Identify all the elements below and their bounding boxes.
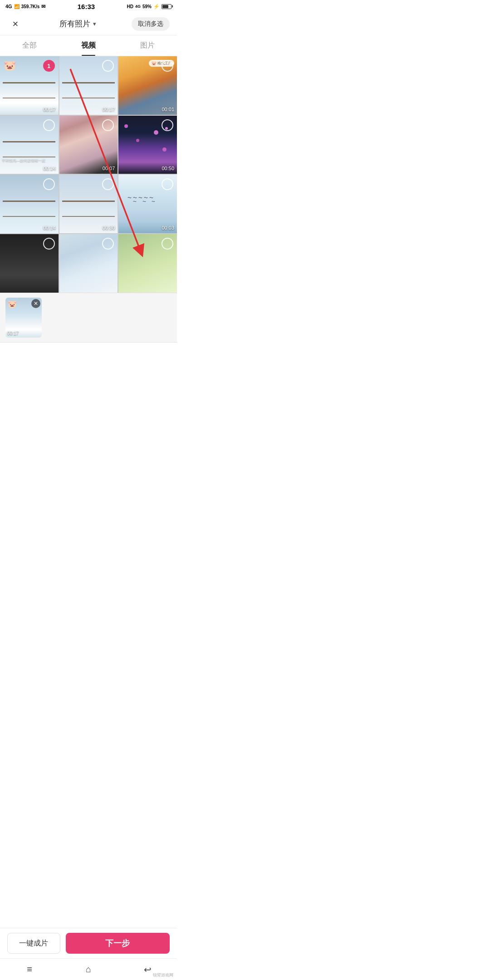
duration-6: 00:50 [162, 166, 174, 171]
duration-1: 00:17 [43, 107, 56, 112]
select-circle-11[interactable] [102, 238, 114, 250]
cell-watermark-4: 平和悦鸟—妨何必情绪一起 [2, 158, 45, 163]
header-title: 所有照片 ▾ [59, 19, 96, 29]
duration-4: 00:14 [43, 166, 56, 171]
selected-strip: 🐷 ✕ 00:17 [0, 293, 177, 343]
birds-row-2: 〜 〜 〜 [133, 199, 157, 204]
fence-decor [3, 82, 55, 98]
speed-label: 359.7K/s [21, 4, 40, 9]
select-circle-4[interactable] [43, 119, 55, 131]
select-circle-12[interactable] [162, 238, 173, 250]
time-label: 16:33 [78, 3, 95, 10]
select-circle-6[interactable] [162, 119, 173, 131]
media-cell-8[interactable]: 00:30 [59, 175, 118, 233]
chevron-down-icon[interactable]: ▾ [93, 20, 96, 27]
duration-2: 00:17 [103, 107, 115, 112]
media-cell-4[interactable]: 平和悦鸟—妨何必情绪一起 00:14 [0, 116, 59, 174]
select-circle-7[interactable] [43, 178, 55, 190]
fence-decor-8 [62, 201, 115, 217]
media-cell-9[interactable]: 〜〜〜〜〜 〜 〜 〜 00:03 [118, 175, 177, 233]
media-cell-5[interactable]: 00:07 [59, 116, 118, 174]
select-circle-1[interactable]: 1 [43, 60, 55, 72]
media-grid-wrapper: 🐷 1 00:17 00:17 🐷 格式工厂 00:01 [0, 56, 177, 293]
selected-duration: 00:17 [7, 331, 19, 336]
duration-3: 00:01 [162, 107, 174, 112]
remove-selected-button[interactable]: ✕ [31, 299, 40, 308]
selected-number: 1 [47, 63, 50, 69]
duration-5: 00:07 [103, 166, 115, 171]
selected-item-1: 🐷 ✕ 00:17 [5, 298, 42, 338]
duration-7: 00:14 [43, 225, 56, 230]
bottom-spacer [0, 343, 177, 415]
media-cell-12[interactable] [118, 234, 177, 293]
charging-icon: ⚡ [153, 4, 160, 10]
tab-video[interactable]: 视频 [59, 35, 118, 56]
flower-dot-2 [154, 130, 158, 135]
media-cell-11[interactable] [59, 234, 118, 293]
media-cell-1[interactable]: 🐷 1 00:17 [0, 56, 59, 115]
fence-decor-4 [3, 141, 55, 157]
fence-decor-2 [62, 82, 115, 98]
battery-label: 59% [142, 4, 152, 9]
select-circle-3[interactable] [162, 60, 173, 72]
battery-icon [162, 4, 172, 9]
hd-label: HD [127, 4, 133, 9]
network-label: 4G [5, 4, 12, 9]
signal-icon: 📶 [14, 4, 20, 9]
select-circle-8[interactable] [102, 178, 114, 190]
status-left: 4G 📶 359.7K/s ✉ [5, 4, 45, 10]
tab-bar: 全部 视频 图片 [0, 35, 177, 56]
mail-icon: ✉ [41, 4, 45, 10]
media-cell-3[interactable]: 🐷 格式工厂 00:01 [118, 56, 177, 115]
select-circle-10[interactable] [43, 238, 55, 250]
duration-8: 00:30 [103, 225, 115, 230]
flower-dot-4 [162, 147, 167, 152]
media-cell-2[interactable]: 00:17 [59, 56, 118, 115]
tab-photo[interactable]: 图片 [118, 35, 177, 56]
select-circle-2[interactable] [102, 60, 114, 72]
fence-decor-7 [3, 201, 55, 217]
selected-pig-icon: 🐷 [8, 300, 17, 309]
brand-pig-icon: 🐷 [151, 61, 157, 66]
header: × 所有照片 ▾ 取消多选 [0, 13, 177, 35]
status-right: HD 4G 59% ⚡ [127, 4, 172, 10]
status-bar: 4G 📶 359.7K/s ✉ 16:33 HD 4G 59% ⚡ [0, 0, 177, 13]
pig-emoji-icon: 🐷 [4, 60, 16, 72]
media-grid: 🐷 1 00:17 00:17 🐷 格式工厂 00:01 [0, 56, 177, 293]
cancel-multi-select-button[interactable]: 取消多选 [132, 17, 170, 31]
select-circle-5[interactable] [102, 119, 114, 131]
select-circle-9[interactable] [162, 178, 173, 190]
flower-dot-3 [136, 139, 139, 142]
duration-9: 00:03 [162, 225, 174, 230]
media-cell-10[interactable] [0, 234, 59, 293]
tab-all[interactable]: 全部 [0, 35, 59, 56]
flower-dot-1 [124, 124, 128, 128]
network-type: 4G [135, 4, 141, 9]
close-button[interactable]: × [7, 18, 24, 30]
media-cell-6[interactable]: 00:50 [118, 116, 177, 174]
media-cell-7[interactable]: 00:14 [0, 175, 59, 233]
album-name: 所有照片 [59, 19, 90, 29]
